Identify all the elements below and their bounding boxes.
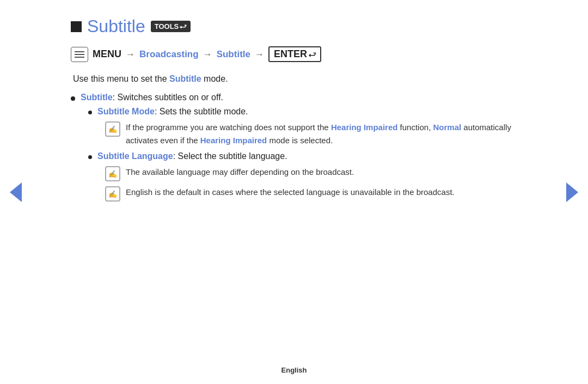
note-block-2: ✍ The available language may differ depe… xyxy=(105,166,455,181)
enter-button: ENTER⮐ xyxy=(268,46,321,62)
bullet-icon xyxy=(71,96,75,101)
page-title: Subtitle xyxy=(87,16,145,36)
list-item-subtitle-mode: Subtitle Mode: Sets the subtitle mode. ✍… xyxy=(88,107,517,147)
note-icon-2: ✍ xyxy=(105,166,120,181)
sub-list: Subtitle Mode: Sets the subtitle mode. ✍… xyxy=(88,107,517,202)
subtitle-language-content: Subtitle Language: Select the subtitle l… xyxy=(97,151,455,202)
breadcrumb-subtitle: Subtitle xyxy=(217,49,250,60)
hearing-impaired-1: Hearing Impaired xyxy=(331,123,398,132)
nav-next-button[interactable] xyxy=(566,182,578,202)
main-list: Subtitle: Switches subtitles on or off. … xyxy=(71,93,517,206)
note-icon-1: ✍ xyxy=(105,121,120,137)
menu-icon xyxy=(71,47,88,62)
nav-prev-button[interactable] xyxy=(10,182,22,202)
enter-label: ENTER xyxy=(274,48,307,60)
title-row: Subtitle TOOLS⮐ xyxy=(71,16,517,36)
note-block-1: ✍ If the programme you are watching does… xyxy=(105,121,517,147)
breadcrumb-arrow-2: → xyxy=(203,49,212,60)
black-square-icon xyxy=(71,21,82,32)
desc-subtitle-mode: Sets the subtitle mode. xyxy=(157,107,248,116)
subtitle-mode-content: Subtitle Mode: Sets the subtitle mode. ✍… xyxy=(97,107,517,147)
breadcrumb-arrow-1: → xyxy=(126,49,135,60)
breadcrumb: MENU → Broadcasting → Subtitle → ENTER⮐ xyxy=(71,46,517,62)
note-text-2: The available language may differ depend… xyxy=(126,166,455,179)
bullet-icon-sm-2 xyxy=(88,155,92,159)
desc-subtitle-language: Select the subtitle language. xyxy=(175,151,287,161)
desc-subtitle: Switches subtitles on or off. xyxy=(115,93,223,102)
tools-icon: ⮐ xyxy=(180,22,187,31)
bullet-icon-sm xyxy=(88,111,92,114)
list-item-subtitle-language: Subtitle Language: Select the subtitle l… xyxy=(88,151,517,202)
list-item-content: Subtitle: Switches subtitles on or off. … xyxy=(81,93,517,206)
tools-label: TOOLS xyxy=(155,22,179,31)
intro-subtitle-link: Subtitle xyxy=(169,74,201,83)
hearing-impaired-2: Hearing Impaired xyxy=(200,136,267,145)
term-subtitle: Subtitle xyxy=(81,93,113,102)
breadcrumb-broadcasting: Broadcasting xyxy=(139,49,199,60)
note-text-1: If the programme you are watching does n… xyxy=(126,121,517,147)
note-text-3: English is the default in cases where th… xyxy=(126,186,455,199)
normal-link: Normal xyxy=(433,123,461,132)
intro-text: Use this menu to set the Subtitle mode. xyxy=(73,74,517,84)
term-subtitle-language: Subtitle Language xyxy=(97,151,173,161)
note-block-3: ✍ English is the default in cases where … xyxy=(105,186,455,202)
term-subtitle-mode: Subtitle Mode xyxy=(97,107,155,116)
note-icon-3: ✍ xyxy=(105,186,120,202)
tools-badge: TOOLS⮐ xyxy=(151,21,191,32)
breadcrumb-arrow-3: → xyxy=(255,49,264,60)
list-item-subtitle: Subtitle: Switches subtitles on or off. … xyxy=(71,93,517,206)
footer-language: English xyxy=(281,366,307,374)
footer: English xyxy=(0,366,588,374)
breadcrumb-menu: MENU xyxy=(93,48,121,60)
enter-icon: ⮐ xyxy=(308,50,316,59)
